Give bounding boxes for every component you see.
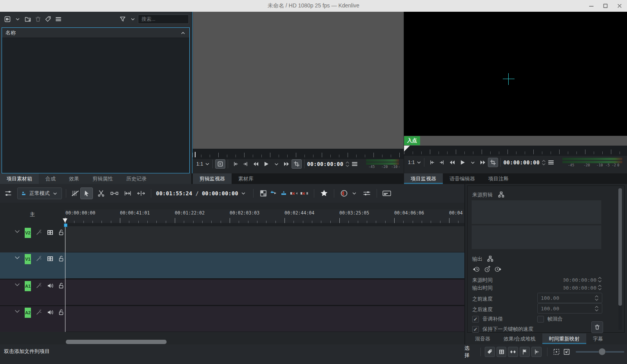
zoom-chevron-icon[interactable] [416,160,422,165]
spinner-icon[interactable] [594,295,599,301]
project-monitor-ruler[interactable] [404,146,627,156]
timeline-playhead-marker[interactable] [63,218,67,223]
project-monitor-timecode[interactable]: 00:00:00:00 [503,159,540,166]
keyframe-prev-button[interactable] [472,266,480,273]
source-clip-waveform[interactable] [471,200,602,224]
source-time-spinner[interactable] [598,276,602,283]
source-time-value[interactable]: 00:00:00:00 [564,277,596,283]
track-options-button[interactable] [3,189,13,198]
lock-open-icon[interactable] [58,309,64,316]
zone-in-button[interactable] [531,347,542,357]
frame-blending-checkbox[interactable]: 帧混合 [537,315,563,323]
insert-zone-in-timeline-button[interactable] [279,189,289,198]
record-chevron-icon[interactable] [349,189,359,198]
track-badge[interactable]: V1 [25,254,31,264]
track-badge[interactable]: V2 [25,228,31,238]
clip-monitor-playhead[interactable] [195,152,196,157]
filter-button[interactable] [118,14,128,24]
go-to-zone-start-button[interactable] [427,158,437,167]
zoom-chevron-icon[interactable] [205,161,210,167]
fast-forward-button[interactable] [281,159,292,169]
track-badge[interactable]: A2 [25,308,31,318]
track-lane-v1[interactable] [65,252,464,279]
timecode-spinner[interactable] [345,161,350,167]
speed-after-field[interactable]: 100.00 [537,303,602,314]
flag-marker-button[interactable] [520,347,530,357]
timeline-ruler[interactable]: 00:00:00:00 00:00:41:01 00:01:22:02 00:0… [65,209,464,223]
mixed-audio-video-button[interactable] [70,189,80,198]
edit-mode-dropdown[interactable]: 正常模式 [17,187,62,199]
fit-zoom-to-project-button[interactable] [551,347,562,357]
tab-mixer[interactable]: 混音器 [468,333,497,344]
monitor-menu-button[interactable] [546,158,556,167]
timecode-spinner[interactable] [542,160,546,166]
chevron-up-icon[interactable] [180,30,186,36]
timecode-chevron-icon[interactable] [238,189,248,198]
spinner-icon[interactable] [594,305,599,312]
clip-monitor-ruler[interactable] [192,149,404,159]
keyframe-add-button[interactable] [483,266,491,273]
extract-zone-button[interactable] [289,189,299,198]
close-button[interactable] [617,3,622,9]
add-clip-button[interactable] [2,14,13,24]
clip-monitor-timecode[interactable]: 00:00:00:00 [307,161,343,167]
split-audio-video-button[interactable] [136,189,146,198]
bin-column-header[interactable]: 名称 [2,28,189,38]
delete-keyframe-button[interactable] [591,321,603,333]
timeline-position-timecode[interactable]: 00:01:55:24 [156,190,192,196]
tab-history[interactable]: 历史记录 [120,173,153,184]
rewind-button[interactable] [447,158,457,167]
create-folder-button[interactable] [23,14,33,24]
bin-menu-button[interactable] [53,14,63,24]
razor-tool-button[interactable] [96,189,106,198]
fast-forward-button[interactable] [478,158,488,167]
timeline-zone-strip[interactable] [65,223,464,226]
track-header-v1[interactable]: V1 [0,252,65,279]
tab-library[interactable]: 素材库 [232,173,260,184]
go-to-zone-end-button[interactable] [241,159,251,169]
bin-item-list[interactable]: 名称 [2,27,190,173]
keep-next-keyframe-speed-checkbox[interactable]: ✓保持下一关键帧的速度 [472,326,533,333]
track-lane-a2[interactable] [65,305,464,332]
tab-subtitles[interactable]: 字幕 [586,333,610,344]
minimize-button[interactable] [589,3,594,9]
track-header-v2[interactable]: V2 [0,226,65,252]
mixer-toggle-button[interactable] [362,189,372,198]
track-header-a1[interactable]: A1 [0,279,65,305]
tab-project-notes[interactable]: 项目注释 [482,173,515,184]
tab-project-bin[interactable]: 项目素材箱 [0,173,39,184]
video-track-icon[interactable] [47,255,54,262]
zoom-out-button[interactable] [562,347,572,357]
timeline-zoom-slider[interactable] [576,351,624,353]
play-button[interactable] [457,158,468,167]
tab-effects[interactable]: 效果 [62,173,86,184]
timeline-master-header[interactable]: 主 [0,203,65,226]
play-chevron-icon[interactable] [468,158,478,167]
filter-chevron-icon[interactable] [128,14,138,24]
lock-open-icon[interactable] [58,229,64,236]
effects-wand-icon[interactable] [35,255,42,262]
play-button[interactable] [261,159,271,169]
audio-track-icon[interactable] [47,282,54,289]
subtitle-toggle-button[interactable] [382,189,392,198]
fit-zoom-button[interactable] [123,189,133,198]
keyframe-next-button[interactable] [494,266,502,273]
clip-thumbnails-button[interactable] [497,347,507,357]
zone-start-marker[interactable] [404,146,410,151]
chevron-down-icon[interactable] [14,255,20,261]
add-clip-chevron-icon[interactable] [13,14,23,24]
zone-mode-button[interactable] [488,158,498,167]
monitor-zoom-select[interactable]: 1:1 [408,160,415,165]
timeline-playhead-line[interactable] [65,218,65,332]
monitor-menu-button[interactable] [350,159,360,169]
speed-before-field[interactable]: 100.00 [537,293,602,303]
zone-mode-button[interactable] [292,159,302,169]
lift-zone-button[interactable] [299,189,309,198]
selection-tool-button[interactable] [80,187,93,199]
maximize-button[interactable] [603,3,608,9]
zoom-slider-handle[interactable] [598,348,606,355]
output-time-value[interactable]: 00:00:00:00 [564,285,596,291]
track-badge[interactable]: A1 [25,281,31,291]
video-track-icon[interactable] [47,229,54,236]
chevron-down-icon[interactable] [14,309,20,314]
